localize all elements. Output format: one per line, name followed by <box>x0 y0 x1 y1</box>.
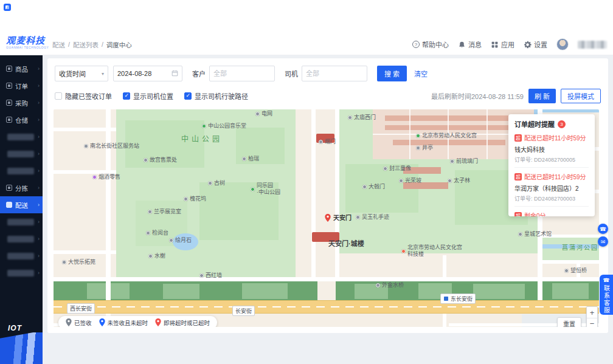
header: 观麦科技 GUANMAI TECHNOLOGY 配送/配送列表/调度中心 ?帮助… <box>0 33 613 55</box>
float-phone-button[interactable]: ☎ <box>598 224 608 234</box>
cast-mode-button[interactable]: 投屏模式 <box>561 89 601 103</box>
map-label-poi: 光荣坡 <box>399 177 421 184</box>
sidebar-item-delivery[interactable]: 配送› <box>0 196 43 213</box>
header-action-help[interactable]: ?帮助中心 <box>412 39 449 49</box>
breadcrumb: 配送/配送列表/调度中心 <box>52 33 132 55</box>
map-label-poi: 菖蒲河公园 <box>562 244 598 252</box>
map-road-shape <box>538 281 542 301</box>
redacted-label <box>7 219 34 225</box>
sidebar-item-hidden-7[interactable]: › <box>0 264 43 281</box>
map-label-text: 大悦乐拓苑 <box>68 259 95 266</box>
checkbox-icon <box>55 92 62 100</box>
cube-icon <box>6 66 12 72</box>
map-label-poi: 南北长街社区服务站 <box>84 143 139 149</box>
order-item[interactable]: 超配送已超时11小时59分钱大妈科技订单号: DD24082700005 <box>514 129 589 168</box>
header-action-apps[interactable]: 应用 <box>491 39 514 49</box>
poi-icon <box>448 179 452 183</box>
chevron-down-icon: ▾ <box>102 71 104 77</box>
cb-pos[interactable]: 显示司机位置 <box>123 91 173 101</box>
chevron-right-icon: › <box>38 202 40 208</box>
contact-support-tab[interactable]: ☎ 联系客服 <box>600 275 613 315</box>
map-label-text: 南北长街社区服务站 <box>90 143 139 149</box>
search-button[interactable]: 搜 索 <box>377 66 407 81</box>
sidebar-item-label: 订单 <box>15 81 28 91</box>
road-label-text: 长安街 <box>235 307 252 315</box>
map-zoom-control: + − <box>586 306 598 327</box>
driver-input[interactable] <box>302 66 367 81</box>
zoom-in-button[interactable]: + <box>587 307 597 318</box>
sidebar-item-hidden-1[interactable]: › <box>0 128 43 145</box>
map-label-text: 北京市劳动人民文化宫 <box>422 132 477 139</box>
zoom-out-button[interactable]: − <box>587 318 597 327</box>
map-label-text: 兰亭展览室 <box>154 208 181 215</box>
chevron-right-icon: › <box>38 270 40 276</box>
sidebar-item-hidden-6[interactable]: › <box>0 247 43 264</box>
order-customer: 华润万家（科技园店）2 <box>514 184 589 193</box>
map-label-poi: 槐花坞 <box>184 196 206 202</box>
order-timeout-panel: 订单超时提醒 3 超配送已超时11小时59分钱大妈科技订单号: DD240827… <box>508 114 595 216</box>
map-label-text: 封三童像 <box>389 165 411 172</box>
map-label-text: 柏瑞 <box>248 156 259 162</box>
clear-link[interactable]: 清空 <box>414 69 428 78</box>
cb-hide[interactable]: 隐藏已签收订单 <box>55 91 112 101</box>
map[interactable]: 电网太庙西门中山公园音乐堂北京市劳动人民文化宫中山公园端门井亭南北长街社区服务站… <box>54 109 599 327</box>
order-item[interactable]: 超配送已超时11小时59分华润万家（科技园店）2订单号: DD240827000… <box>514 168 589 207</box>
chevron-right-icon: › <box>38 253 40 259</box>
customer-input[interactable] <box>209 66 275 81</box>
road-label-text: 东长安街 <box>451 295 473 303</box>
road-shield-icon <box>443 296 449 301</box>
header-action-settings[interactable]: 设置 <box>524 39 547 49</box>
dispatch-card: 收货时间 ▾ 2024-08-28 客户 司机 搜 索 清空 隐藏已签收订单 <box>47 58 608 333</box>
poi-icon <box>202 124 206 128</box>
order-item[interactable]: 超剩余0分华润万家（科技园店）2订单号: DD24082700002 <box>514 207 589 216</box>
chevron-right-icon: › <box>38 134 40 140</box>
sidebar-item-hidden-5[interactable]: › <box>0 230 43 247</box>
avatar[interactable] <box>556 38 569 50</box>
map-label-poi: 封三童像 <box>383 165 411 172</box>
map-label-text: 烟酒零售 <box>99 174 120 180</box>
poi-icon <box>383 167 387 171</box>
toolbar-right: 最后刷新时间2024-08-28 11:59 刷 新 投屏模式 <box>431 89 601 103</box>
username-redacted <box>578 41 607 49</box>
poi-icon <box>199 273 204 278</box>
sidebar-item-hidden-4[interactable]: › <box>0 213 43 230</box>
map-label-poi: 太子林 <box>448 177 470 184</box>
header-action-label: 帮助中心 <box>422 39 449 49</box>
poi-icon <box>255 112 260 116</box>
date-value: 2024-08-28 <box>117 70 151 77</box>
header-action-message[interactable]: 消息 <box>458 39 482 49</box>
map-label-text: 前琉璃门 <box>456 158 478 165</box>
pin-icon <box>99 318 105 328</box>
date-picker[interactable]: 2024-08-28 <box>113 66 182 81</box>
breadcrumb-item[interactable]: 配送列表 <box>73 40 99 49</box>
sidebar-item-hidden-3[interactable]: › <box>0 162 43 179</box>
refresh-button[interactable]: 刷 新 <box>528 89 556 103</box>
map-road-shape <box>54 128 116 131</box>
poi-icon <box>362 185 367 189</box>
sidebar-item-hidden-2[interactable]: › <box>0 145 43 162</box>
sidebar-item-sorting[interactable]: 分拣› <box>0 179 43 196</box>
cb-path[interactable]: 显示司机行驶路径 <box>184 91 248 101</box>
map-trees-shape <box>242 283 288 299</box>
map-label-text: 望恒桥 <box>570 267 587 274</box>
sidebar-item-purchase[interactable]: 采购› <box>0 94 43 111</box>
map-label-poi: 天安门 <box>325 214 352 222</box>
map-building-shape <box>385 125 516 130</box>
sidebar-item-goods[interactable]: 商品› <box>0 60 43 77</box>
sidebar-item-storage[interactable]: 仓储› <box>0 111 43 128</box>
map-label-poi: 前琉璃门 <box>450 158 478 165</box>
sidebar-item-orders[interactable]: 订单› <box>0 77 43 94</box>
chevron-right-icon: › <box>38 185 40 191</box>
map-reset-button[interactable]: 重置 <box>557 317 581 327</box>
time-type-select[interactable]: 收货时间 ▾ <box>55 66 108 81</box>
map-label-poi: 大戟门 <box>362 184 385 190</box>
sidebar-item-iot[interactable]: IOT <box>8 324 22 332</box>
breadcrumb-item[interactable]: 配送 <box>52 40 65 49</box>
sidebar-brand-logo <box>0 332 43 364</box>
float-message-button[interactable]: ✉ <box>598 236 608 247</box>
order-number: 订单号: DD24082700005 <box>514 156 589 163</box>
map-label-poi: 中山公园 <box>181 135 223 144</box>
phone-icon: ☎ <box>600 226 606 232</box>
map-label-text: 光荣坡 <box>405 177 421 184</box>
page: { "header": { "logo_title": "观麦科技", "log… <box>0 0 613 364</box>
